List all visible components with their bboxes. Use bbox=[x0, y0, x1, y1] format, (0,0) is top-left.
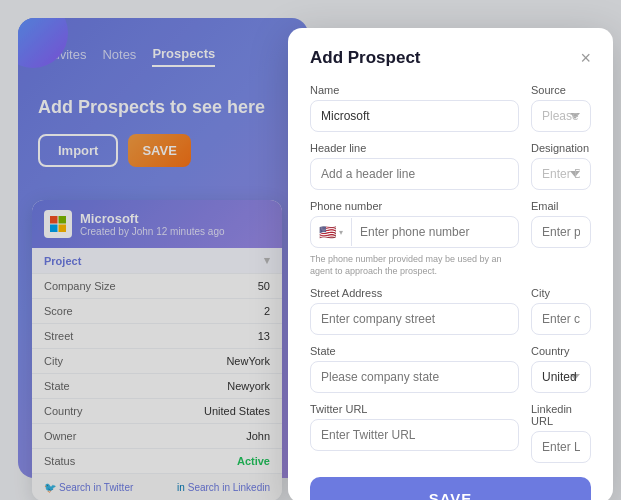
street-label: Street Address bbox=[310, 287, 519, 299]
form-grid: Name Source Please select source Header … bbox=[310, 84, 591, 463]
state-label: State bbox=[310, 345, 519, 357]
phone-hint: The phone number provided may be used by… bbox=[310, 254, 519, 277]
header-line-input[interactable] bbox=[310, 158, 519, 190]
email-label: Email bbox=[531, 200, 591, 212]
email-group: Email bbox=[531, 200, 591, 277]
add-prospect-modal: Add Prospect × Name Source Please select… bbox=[288, 28, 613, 500]
street-group: Street Address bbox=[310, 287, 519, 335]
flag-chevron-icon: ▾ bbox=[339, 228, 343, 237]
modal-title: Add Prospect bbox=[310, 48, 421, 68]
state-input[interactable] bbox=[310, 361, 519, 393]
modal-header: Add Prospect × bbox=[310, 48, 591, 68]
city-input[interactable] bbox=[531, 303, 591, 335]
modal-close-button[interactable]: × bbox=[580, 49, 591, 67]
email-input[interactable] bbox=[531, 216, 591, 248]
source-group: Source Please select source bbox=[531, 84, 591, 132]
source-label: Source bbox=[531, 84, 591, 96]
phone-label: Phone number bbox=[310, 200, 519, 212]
twitter-url-label: Twitter URL bbox=[310, 403, 519, 415]
city-label: City bbox=[531, 287, 591, 299]
phone-input[interactable] bbox=[352, 217, 518, 247]
header-line-group: Header line bbox=[310, 142, 519, 190]
linkedin-url-group: Linkedin URL bbox=[531, 403, 591, 463]
twitter-url-group: Twitter URL bbox=[310, 403, 519, 463]
name-group: Name bbox=[310, 84, 519, 132]
modal-save-button[interactable]: SAVE bbox=[310, 477, 591, 500]
state-group: State bbox=[310, 345, 519, 393]
designation-label: Designation bbox=[531, 142, 591, 154]
city-group: City bbox=[531, 287, 591, 335]
country-label: Country bbox=[531, 345, 591, 357]
twitter-url-input[interactable] bbox=[310, 419, 519, 451]
name-input[interactable] bbox=[310, 100, 519, 132]
linkedin-url-input[interactable] bbox=[531, 431, 591, 463]
header-line-label: Header line bbox=[310, 142, 519, 154]
source-select[interactable]: Please select source bbox=[531, 100, 591, 132]
designation-group: Designation Enter Designation bbox=[531, 142, 591, 190]
flag-emoji: 🇺🇸 bbox=[319, 224, 336, 240]
country-select[interactable]: United States bbox=[531, 361, 591, 393]
phone-group: Phone number 🇺🇸 ▾ The phone number provi… bbox=[310, 200, 519, 277]
name-label: Name bbox=[310, 84, 519, 96]
phone-input-row: 🇺🇸 ▾ bbox=[310, 216, 519, 248]
street-input[interactable] bbox=[310, 303, 519, 335]
phone-flag-selector[interactable]: 🇺🇸 ▾ bbox=[311, 218, 352, 246]
linkedin-url-label: Linkedin URL bbox=[531, 403, 591, 427]
country-group: Country United States bbox=[531, 345, 591, 393]
designation-select[interactable]: Enter Designation bbox=[531, 158, 591, 190]
